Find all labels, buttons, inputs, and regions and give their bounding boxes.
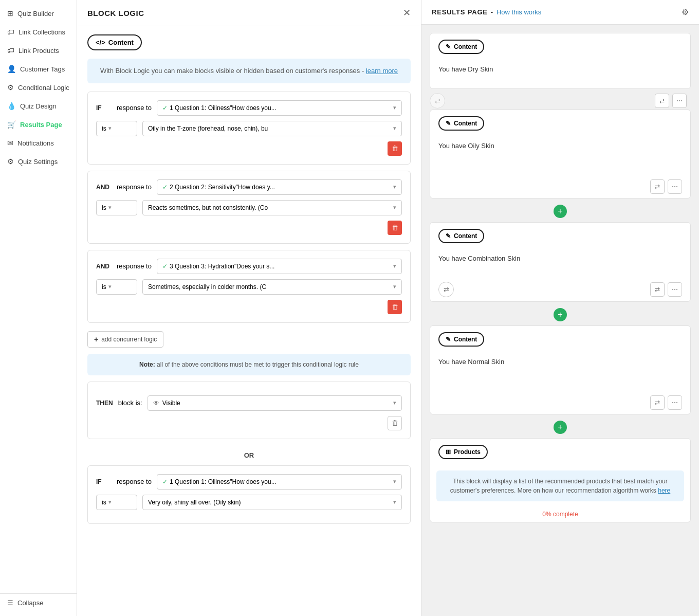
visibility-select[interactable]: 👁Visible ▾ xyxy=(148,395,402,411)
operator-select-2[interactable]: is ▾ xyxy=(96,200,137,215)
result-card-3-footer: ⇄ ⇄ ⋯ xyxy=(430,278,690,301)
mail-icon: ✉ xyxy=(7,139,13,147)
condition-block-2: AND response to ✓2 Question 2: Sensitivi… xyxy=(87,171,411,244)
result-card-1-header: ✎ Content xyxy=(430,33,690,60)
collapse-icon: ☰ xyxy=(7,599,13,607)
results-page-title: RESULTS PAGE xyxy=(432,8,488,16)
add-block-2[interactable]: + xyxy=(554,205,567,218)
operator-select-3[interactable]: is ▾ xyxy=(96,279,137,295)
edit-icon-1: ✎ xyxy=(446,43,451,50)
note-box: Note: all of the above conditions must b… xyxy=(87,354,411,375)
content-tag-3[interactable]: ✎ Content xyxy=(438,229,484,243)
products-icon: ⊞ xyxy=(446,448,451,456)
logic-action-1[interactable]: ⇄ xyxy=(655,94,669,108)
result-card-3-text: You have Combination Skin xyxy=(430,249,690,267)
answer-select-2[interactable]: Reacts sometimes, but not consistently. … xyxy=(142,200,402,215)
results-page-body: ✎ Content You have Dry Skin ⇄ ⇄ ⋯ xyxy=(421,25,699,616)
if-label: IF xyxy=(96,104,112,112)
how-this-works-link[interactable]: How this works xyxy=(496,8,541,16)
block-logic-panel: BLOCK LOGIC ✕ </> Content With Block Log… xyxy=(77,0,421,616)
block-logic-title: BLOCK LOGIC xyxy=(87,9,144,17)
if-row: IF response to ✓1 Question 1: Oiliness"H… xyxy=(96,100,402,116)
response-to-label-1: response to xyxy=(117,104,152,112)
sidebar-item-conditional-logic[interactable]: ⚙ Conditional Logic xyxy=(0,78,77,97)
more-action-4[interactable]: ⋯ xyxy=(668,395,682,410)
then-block: THEN block is: 👁Visible ▾ 🗑 xyxy=(87,382,411,439)
result-card-2-footer: ⇄ ⋯ xyxy=(430,175,690,198)
close-button[interactable]: ✕ xyxy=(403,8,411,17)
sidebar-item-quiz-settings[interactable]: ⚙ Quiz Settings xyxy=(0,152,77,171)
delete-condition-3[interactable]: 🗑 xyxy=(388,300,402,314)
products-info-box: This block will display a list of the re… xyxy=(436,470,684,501)
block-logic-info: With Block Logic you can make blocks vis… xyxy=(87,59,411,83)
sidebar-item-results-page[interactable]: 🛒 Results Page xyxy=(0,115,77,134)
progress-text: 0% complete xyxy=(542,511,578,518)
drop-icon: 💧 xyxy=(7,102,16,110)
products-tag[interactable]: ⊞ Products xyxy=(438,445,488,459)
content-tag-1[interactable]: ✎ Content xyxy=(438,40,484,54)
logic-action-4[interactable]: ⇄ xyxy=(650,395,665,410)
delete-condition-1[interactable]: 🗑 xyxy=(388,141,402,156)
delete-then-button[interactable]: 🗑 xyxy=(388,416,402,430)
answer-select-3[interactable]: Sometimes, especially in colder months. … xyxy=(142,279,402,295)
learn-more-link[interactable]: learn more xyxy=(366,67,398,75)
results-page-panel: RESULTS PAGE - How this works ⚙ ✎ Conten… xyxy=(421,0,699,616)
block-logic-body: </> Content With Block Logic you can mak… xyxy=(77,26,421,616)
question-select-3[interactable]: ✓3 Question 3: Hydration"Does your s... … xyxy=(157,259,402,274)
products-card-header: ⊞ Products xyxy=(430,439,690,465)
condition-block-second: IF response to ✓1 Question 1: Oiliness"H… xyxy=(87,465,411,524)
question-select-second[interactable]: ✓1 Question 1: Oiliness"How does you... … xyxy=(157,474,402,490)
question-select-1[interactable]: ✓1 Question 1: Oiliness"How does you... … xyxy=(157,100,402,116)
question-select-2[interactable]: ✓2 Question 2: Sensitivity"How does y...… xyxy=(157,179,402,195)
logic-action-3[interactable]: ⇄ xyxy=(650,282,665,297)
logic-icon-between-1-2[interactable]: ⇄ xyxy=(430,93,445,108)
content-tag-4[interactable]: ✎ Content xyxy=(438,332,484,347)
content-tag-button[interactable]: </> Content xyxy=(87,34,142,50)
results-page-settings-button[interactable]: ⚙ xyxy=(682,7,689,17)
tag-icon: 🏷 xyxy=(7,28,14,36)
logic-action-2[interactable]: ⇄ xyxy=(650,179,665,194)
collapse-button[interactable]: ☰ Collapse xyxy=(0,593,77,612)
result-card-2: ✎ Content You have Oily Skin ⇄ ⋯ xyxy=(430,110,691,198)
response-to-label-3: response to xyxy=(117,262,152,270)
block-logic-icon-3[interactable]: ⇄ xyxy=(438,282,454,297)
more-action-1[interactable]: ⋯ xyxy=(672,94,687,108)
delete-condition-2[interactable]: 🗑 xyxy=(388,221,402,235)
sidebar-item-link-collections[interactable]: 🏷 Link Collections xyxy=(0,23,77,41)
result-card-1-text: You have Dry Skin xyxy=(430,60,690,78)
operator-select-second[interactable]: is ▾ xyxy=(96,495,137,510)
edit-icon-4: ✎ xyxy=(446,336,451,343)
result-card-4-text: You have Normal Skin xyxy=(430,353,690,371)
response-to-label-2: response to xyxy=(117,183,152,191)
sidebar-item-notifications[interactable]: ✉ Notifications xyxy=(0,134,77,152)
answer-row-2: is ▾ Reacts sometimes, but not consisten… xyxy=(96,200,402,215)
result-card-1: ✎ Content You have Dry Skin xyxy=(430,33,691,89)
sidebar-item-quiz-builder[interactable]: ⊞ Quiz Builder xyxy=(0,4,77,23)
if-row-second: IF response to ✓1 Question 1: Oiliness"H… xyxy=(96,474,402,490)
here-link[interactable]: here xyxy=(658,487,670,494)
add-block-3[interactable]: + xyxy=(554,308,567,321)
answer-select-second[interactable]: Very oily, shiny all over. (Oily skin) ▾ xyxy=(142,495,402,510)
more-action-2[interactable]: ⋯ xyxy=(668,179,682,194)
sidebar-item-link-products[interactable]: 🏷 Link Products xyxy=(0,41,77,60)
edit-icon-2: ✎ xyxy=(446,120,451,127)
and-row-3: AND response to ✓3 Question 3: Hydration… xyxy=(96,259,402,274)
cart-icon: 🛒 xyxy=(7,120,16,129)
result-card-2-text: You have Oily Skin xyxy=(430,137,690,155)
answer-row-1: is ▾ Oily in the T-zone (forehead, nose,… xyxy=(96,121,402,136)
operator-select-1[interactable]: is ▾ xyxy=(96,121,137,136)
results-page-header: RESULTS PAGE - How this works ⚙ xyxy=(421,0,699,25)
person-icon: 👤 xyxy=(7,65,16,73)
grid-icon: ⊞ xyxy=(7,9,13,17)
plus-icon: + xyxy=(94,335,98,343)
answer-row-3: is ▾ Sometimes, especially in colder mon… xyxy=(96,279,402,295)
more-action-3[interactable]: ⋯ xyxy=(668,282,682,297)
sidebar-item-customer-tags[interactable]: 👤 Customer Tags xyxy=(0,60,77,78)
answer-select-1[interactable]: Oily in the T-zone (forehead, nose, chin… xyxy=(142,121,402,136)
then-label: THEN xyxy=(96,400,113,407)
add-concurrent-button[interactable]: + add concurrent logic xyxy=(87,331,163,348)
sidebar-item-quiz-design[interactable]: 💧 Quiz Design xyxy=(0,97,77,115)
add-block-4[interactable]: + xyxy=(554,421,567,434)
gear-icon: ⚙ xyxy=(7,83,14,92)
content-tag-2[interactable]: ✎ Content xyxy=(438,116,484,131)
